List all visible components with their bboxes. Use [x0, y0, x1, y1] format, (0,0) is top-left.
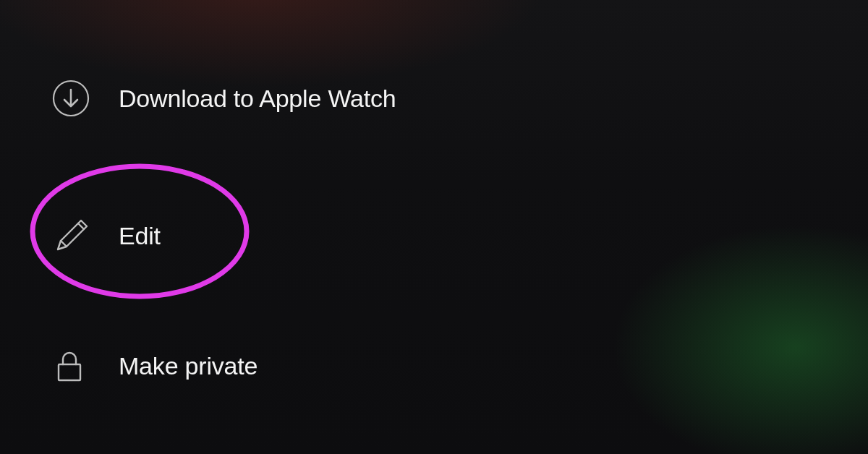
svg-line-4 [61, 241, 67, 247]
pencil-icon [52, 216, 95, 255]
download-circle-icon [52, 80, 95, 117]
lock-icon [52, 347, 95, 385]
svg-rect-5 [59, 364, 80, 380]
svg-marker-2 [58, 220, 87, 249]
menu-item-download-apple-watch[interactable]: Download to Apple Watch [52, 62, 396, 134]
menu-item-label: Edit [119, 222, 161, 250]
menu-item-label: Make private [119, 352, 258, 380]
svg-line-3 [78, 223, 84, 229]
menu-item-make-private[interactable]: Make private [52, 330, 396, 402]
menu-item-label: Download to Apple Watch [119, 85, 396, 113]
menu-item-edit[interactable]: Edit [52, 200, 396, 272]
context-menu: Download to Apple Watch Edit Make privat… [52, 62, 396, 402]
